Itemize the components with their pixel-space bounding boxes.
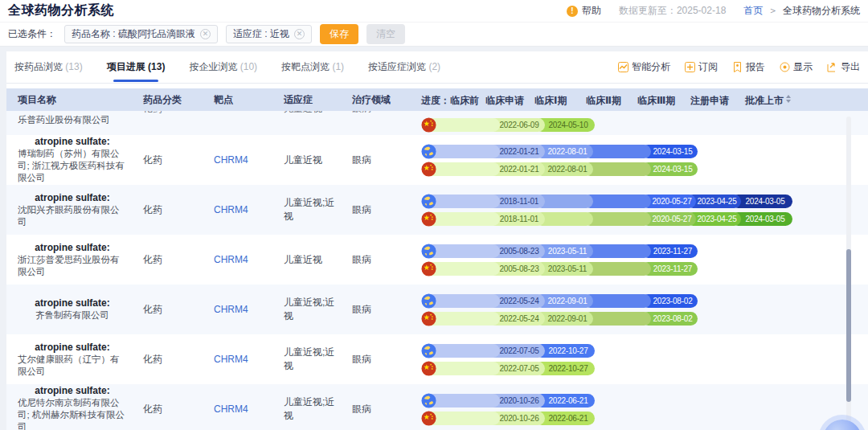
drug-class-cell: 化药 — [127, 135, 196, 185]
filter-chip-drug-name[interactable]: 药品名称 : 硫酸阿托品滴眼液 ✕ — [64, 25, 218, 43]
target-link[interactable]: CHRM4 — [214, 354, 248, 365]
target-cell: CHRM4 — [196, 111, 267, 135]
target-link[interactable]: CHRM4 — [214, 111, 248, 113]
target-link[interactable]: CHRM4 — [214, 254, 248, 265]
stage-segment — [426, 362, 500, 375]
target-cell: CHRM4 — [196, 235, 267, 285]
stage-segment — [426, 312, 500, 326]
stage-segment — [426, 118, 500, 132]
drug-name: atropine sulfate: — [35, 242, 109, 254]
filter-bar: 已选条件： 药品名称 : 硫酸阿托品滴眼液 ✕ 适应症 : 近视 ✕ 保存 清空 — [0, 23, 868, 47]
timeline-bar-china: 2022-05-242022-09-012023-08-02 — [421, 312, 868, 326]
stage-segment — [426, 412, 500, 425]
table-body: atropine sulfate: 乐普药业股份有限公司 化药 CHRM4 儿童… — [6, 111, 868, 430]
report-icon — [732, 62, 743, 72]
timeline-bar-china: 2005-08-232023-05-112023-11-27 — [421, 262, 868, 276]
timeline-bar-global: 2020-10-262022-06-21 — [421, 394, 868, 407]
target-link[interactable]: CHRM4 — [214, 204, 248, 215]
tab-by-indication[interactable]: 按适应症浏览 (2) — [368, 52, 440, 82]
table-row: atropine sulfate: 优尼特尔南京制药有限公司; 杭州赫尔斯科技有… — [6, 384, 868, 430]
target-link[interactable]: CHRM4 — [214, 154, 248, 166]
sort-icon[interactable] — [786, 95, 791, 103]
save-button[interactable]: 保存 — [320, 24, 358, 44]
drug-name: atropine sulfate: — [35, 136, 109, 148]
stage-segment — [426, 344, 500, 358]
table-row: atropine sulfate: 乐普药业股份有限公司 化药 CHRM4 儿童… — [6, 111, 868, 135]
table-row: atropine sulfate: 博瑞制药（苏州）有限公司; 浙江视方极医药科… — [6, 135, 868, 185]
indication-cell: 儿童近视;近视 — [267, 334, 338, 384]
drug-class-cell: 化药 — [127, 111, 196, 135]
project-name-cell: atropine sulfate: 优尼特尔南京制药有限公司; 杭州赫尔斯科技有… — [6, 384, 127, 430]
vertical-scrollbar-thumb[interactable] — [846, 249, 851, 402]
company-names: 博瑞制药（苏州）有限公司; 浙江视方极医药科技有限公司 — [18, 148, 127, 184]
tab-by-company[interactable]: 按企业浏览 (10) — [189, 52, 257, 82]
drug-class-cell: 化药 — [127, 185, 196, 235]
clear-button[interactable]: 清空 — [366, 24, 405, 44]
global-icon — [421, 144, 436, 159]
selected-filters-label: 已选条件： — [8, 27, 56, 41]
top-bar: 全球药物分析系统 ! 帮助 数据更新至：2025-02-18 首页 ＞ 全球药物… — [0, 0, 868, 23]
indication-cell: 儿童近视;近视 — [267, 185, 338, 235]
remove-filter-icon[interactable]: ✕ — [294, 29, 305, 39]
column-approved[interactable]: 批准上市 — [745, 94, 791, 108]
timeline-bar-china: 2020-10-262022-06-21 — [421, 412, 868, 425]
timeline-bar-global: 2022-01-212022-08-012024-03-15 — [421, 145, 868, 158]
drug-name: atropine sulfate: — [35, 192, 109, 204]
timeline-bars: 2022-01-212022-08-012024-03-152022-01-21… — [421, 135, 868, 185]
stage-segment — [426, 394, 500, 407]
export-icon — [827, 62, 837, 72]
treatment-area-cell: 眼病 — [338, 235, 407, 285]
display-settings-button[interactable]: 显示 — [780, 60, 813, 74]
treatment-area-cell: 眼病 — [338, 334, 407, 384]
timeline-bars: 2022-06-092024-05-10 — [421, 111, 868, 135]
project-name-cell: atropine sulfate: 浙江莎普爱思药业股份有限公司 — [6, 235, 127, 285]
target-link[interactable]: CHRM4 — [214, 304, 248, 315]
column-registration: 注册申请 — [690, 94, 729, 108]
target-cell: CHRM4 — [196, 285, 267, 334]
stage-segment — [583, 294, 651, 308]
drug-class: 化药 — [143, 403, 162, 416]
target-link[interactable]: CHRM4 — [214, 403, 248, 415]
help-button[interactable]: ! 帮助 — [567, 4, 601, 18]
timeline-cell: 2022-01-212022-08-012024-03-152022-01-21… — [421, 135, 868, 185]
target-cell: CHRM4 — [196, 185, 267, 235]
global-icon — [421, 343, 436, 358]
help-label: 帮助 — [582, 4, 601, 18]
stage-segment — [583, 195, 651, 208]
report-button[interactable]: 报告 — [732, 60, 765, 74]
timeline-bar-global: 2022-07-052022-10-27 — [421, 344, 868, 358]
indication: 儿童近视;近视 — [284, 296, 338, 323]
stage-segment — [426, 294, 500, 308]
subscribe-button[interactable]: 订阅 — [685, 60, 718, 74]
tab-project-progress[interactable]: 项目进展 (13) — [107, 52, 166, 82]
stage-segment — [426, 212, 500, 226]
table-row: atropine sulfate: 艾尔健康眼药（辽宁）有限公司 化药 CHRM… — [6, 334, 868, 384]
column-drug-class: 药品分类 — [127, 93, 196, 107]
table-row: atropine sulfate: 浙江莎普爱思药业股份有限公司 化药 CHRM… — [6, 235, 868, 285]
indication-cell: 儿童近视 — [267, 135, 338, 185]
export-button[interactable]: 导出 — [827, 60, 860, 74]
target-cell: CHRM4 — [196, 135, 267, 185]
timeline-cell: 2022-05-242022-09-012023-08-022022-05-24… — [421, 285, 868, 334]
timeline-bar-china: 2018-11-012020-05-272023-04-252024-03-05 — [421, 212, 868, 226]
stage-segment — [583, 312, 651, 326]
table-row: atropine sulfate: 沈阳兴齐眼药股份有限公司 化药 CHRM4 … — [6, 185, 868, 235]
breadcrumb-home-link[interactable]: 首页 — [743, 5, 763, 16]
target-cell: CHRM4 — [196, 334, 267, 384]
breadcrumb-current: 全球药物分析系统 — [783, 5, 860, 16]
filter-chip-indication[interactable]: 适应症 : 近视 ✕ — [226, 25, 312, 43]
treatment-area-cell: 眼病 — [338, 285, 407, 334]
smart-analysis-button[interactable]: 智能分析 — [618, 60, 670, 74]
display-icon — [780, 62, 790, 72]
timeline-cell: 2022-07-052022-10-272022-07-052022-10-27 — [421, 334, 868, 384]
timeline-bars: 2005-08-232023-05-112023-11-272005-08-23… — [421, 235, 868, 285]
tab-by-target[interactable]: 按靶点浏览 (1) — [281, 52, 344, 82]
column-clinical-application: 临床申请 — [485, 94, 524, 108]
column-phase-3: 临床Ⅲ期 — [637, 94, 675, 108]
remove-filter-icon[interactable]: ✕ — [200, 29, 211, 39]
company-names: 优尼特尔南京制药有限公司; 杭州赫尔斯科技有限公司 — [18, 397, 127, 430]
timeline-cell: 2018-11-012020-05-272023-04-252024-03-05… — [421, 185, 868, 235]
stage-columns: 进度：临床前 临床申请 临床Ⅰ期 临床Ⅱ期 临床Ⅲ期 注册申请 批准上市 — [421, 88, 868, 111]
plus-icon — [685, 62, 695, 72]
tab-by-drug[interactable]: 按药品浏览 (13) — [14, 52, 83, 82]
